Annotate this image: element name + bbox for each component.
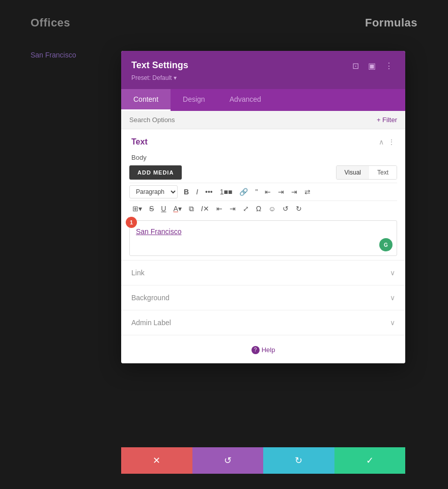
text-color-button[interactable]: A▾ [170,203,184,214]
align-right-button[interactable]: ⇥ [288,186,300,197]
emoji-button[interactable]: ☺ [265,203,278,214]
filter-button[interactable]: + Filter [377,116,397,124]
redo-button[interactable]: ↻ [263,447,334,474]
top-navigation: Offices Formulas [0,0,448,46]
more-options-icon[interactable]: ⋮ [383,60,395,72]
modal-header-left: Text Settings Preset: Default ▾ [131,60,188,82]
help-icon: ? [251,346,260,354]
toolbar-top-row: ADD MEDIA Visual Text [129,165,397,180]
modal-header: Text Settings Preset: Default ▾ ⊡ ▣ ⋮ [121,51,405,89]
modal-header-right: ⊡ ▣ ⋮ [350,60,395,72]
italic-button[interactable]: I [193,186,201,197]
save-button[interactable]: ✓ [334,447,406,474]
link-section-label: Link [131,269,145,277]
link-button[interactable]: 🔗 [236,186,251,197]
editor-toolbar: ADD MEDIA Visual Text Paragraph B I ••• … [121,165,405,216]
align-justify-button[interactable]: ⇄ [301,186,314,197]
paragraph-select[interactable]: Paragraph [129,185,178,198]
modal-title: Text Settings [131,60,188,71]
ul-button[interactable]: ••• [202,186,216,197]
formatting-row-2: ⊞▾ S U A▾ ⧉ I✕ ⇤ ⇥ ⤢ Ω ☺ ↺ ↻ [129,200,397,216]
background-section[interactable]: Background ∨ [121,285,405,310]
special-char-button[interactable]: Ω [253,203,264,214]
link-chevron-icon: ∨ [390,269,395,277]
tab-advanced[interactable]: Advanced [217,89,273,111]
editor-text-link[interactable]: San Francisco [136,227,181,236]
undo-button[interactable]: ↺ [192,447,264,474]
modal-body: Text ∧ ⋮ Body ADD MEDIA Visual Text Para… [121,129,405,363]
outdent-button[interactable]: ⇤ [213,203,226,214]
section-collapse-icon[interactable]: ∧ [379,138,384,146]
help-row: ? Help [121,335,405,363]
underline-button[interactable]: U [158,203,169,214]
cancel-button[interactable]: ✕ [121,447,192,474]
admin-label-section[interactable]: Admin Label ∨ [121,310,405,335]
search-bar: + Filter [121,111,405,129]
tab-content[interactable]: Content [121,89,171,111]
section-title-text: Text [131,137,148,147]
link-section[interactable]: Link ∨ [121,260,405,285]
undo-small-button[interactable]: ↺ [279,203,292,214]
text-settings-modal: Text Settings Preset: Default ▾ ⊡ ▣ ⋮ Co… [121,51,405,363]
text-section-header: Text ∧ ⋮ [121,129,405,153]
redo-small-button[interactable]: ↻ [293,203,305,214]
nav-offices[interactable]: Offices [31,16,70,30]
editor-content-area[interactable]: 1 San Francisco G [129,220,397,256]
badge-1: 1 [126,217,137,228]
paste-special-button[interactable]: ⧉ [186,203,197,214]
visual-text-toggle: Visual Text [336,165,397,180]
blockquote-button[interactable]: " [252,186,261,197]
admin-label-chevron-icon: ∨ [390,319,395,327]
nav-formulas[interactable]: Formulas [365,16,417,30]
formatting-row-1: Paragraph B I ••• 1■■ 🔗 " ⇤ ⇥ ⇥ ⇄ [129,183,397,200]
ol-button[interactable]: 1■■ [217,186,236,197]
bold-button[interactable]: B [181,186,192,197]
align-left-button[interactable]: ⇤ [262,186,274,197]
bottom-action-bar: ✕ ↺ ↻ ✓ [121,447,405,474]
background-section-label: Background [131,294,170,302]
text-tab[interactable]: Text [369,166,397,179]
help-button[interactable]: ? Help [251,346,275,354]
align-center-button[interactable]: ⇥ [275,186,287,197]
grammarly-button[interactable]: G [379,238,393,251]
modal-preset[interactable]: Preset: Default ▾ [131,74,177,81]
indent-button[interactable]: ⇥ [227,203,239,214]
clear-format-button[interactable]: I✕ [198,203,212,214]
help-label: Help [262,346,275,354]
background-chevron-icon: ∨ [390,294,395,302]
tab-design[interactable]: Design [171,89,217,111]
section-controls: ∧ ⋮ [379,138,395,146]
strikethrough-button[interactable]: S [146,203,157,214]
body-label: Body [121,153,405,165]
visual-tab[interactable]: Visual [337,166,369,179]
add-media-button[interactable]: ADD MEDIA [129,165,182,180]
admin-label-section-label: Admin Label [131,319,171,327]
search-input[interactable] [129,116,377,124]
fullscreen-button[interactable]: ⤢ [240,203,252,214]
window-icon[interactable]: ⊡ [350,60,361,72]
section-more-icon[interactable]: ⋮ [388,138,395,146]
table-button[interactable]: ⊞▾ [129,203,145,214]
split-icon[interactable]: ▣ [366,60,378,72]
san-francisco-link[interactable]: San Francisco [31,51,76,59]
modal-tabs: Content Design Advanced [121,89,405,111]
